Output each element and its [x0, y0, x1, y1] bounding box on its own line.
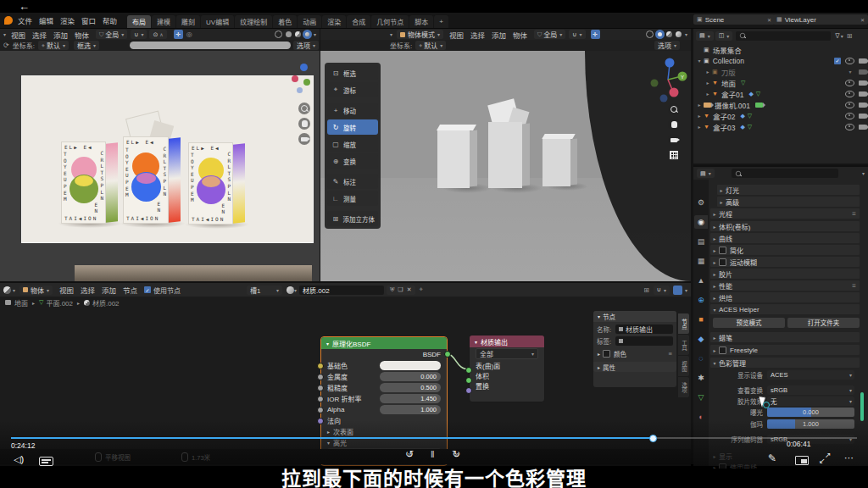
socket-base-color[interactable]	[317, 363, 324, 369]
panel-volumes[interactable]: ▸体积(卷标)	[710, 221, 860, 231]
fake-user-shield-icon[interactable]: ⛨	[390, 286, 394, 293]
tab-tool-icon[interactable]: ⚙	[694, 196, 708, 209]
outliner-filter-mode[interactable]: ◫▾	[715, 31, 733, 41]
material-sphere-icon[interactable]	[287, 286, 294, 294]
duplicate-material-icon[interactable]: ❏	[398, 286, 403, 293]
outliner-row-box03[interactable]: ▸▼ 盒子03 ◆ ▽	[695, 121, 866, 132]
vpl-proportional-edit[interactable]: ⊙ ∧	[149, 30, 166, 39]
solid-box-left[interactable]	[437, 129, 476, 188]
preview-mode-button[interactable]: 预览模式	[713, 318, 785, 328]
socket-displacement[interactable]	[465, 387, 472, 394]
shader-menu-add[interactable]: 添加	[102, 285, 116, 295]
panel-motion-blur[interactable]: ▸运动模糊	[710, 257, 860, 267]
vpr-menu-view[interactable]: 视图	[449, 30, 464, 40]
output-target-dropdown[interactable]: 全部▾	[470, 347, 544, 360]
pause-icon[interactable]: ‖	[431, 449, 435, 459]
alpha-slider[interactable]: 1.000	[380, 405, 441, 414]
npanel-tab-node[interactable]: 节点	[678, 313, 689, 334]
socket-metallic[interactable]	[317, 374, 324, 380]
node-label-field[interactable]	[615, 336, 673, 346]
metallic-slider[interactable]: 0.000	[380, 372, 441, 381]
exposure-slider[interactable]: 0.000	[767, 408, 854, 417]
vpl-menu-object[interactable]: 物体	[75, 30, 89, 40]
tool-transform[interactable]: ⊕变换	[327, 153, 378, 169]
panel-color-management[interactable]: ▾色彩管理	[710, 358, 860, 368]
outliner-row-scene-collection[interactable]: ▣ 场景集合	[695, 44, 866, 55]
tab-output-icon[interactable]: ▤	[694, 235, 708, 248]
node-name-field[interactable]: 材质输出	[615, 324, 673, 334]
vpl-menu-add[interactable]: 添加	[53, 30, 68, 40]
zoom-icon[interactable]	[668, 103, 680, 115]
node-material-output[interactable]: ▾材质输出 全部▾ 表(曲)面 体积 置换	[469, 335, 545, 402]
display-device-dropdown[interactable]: ACES▾	[767, 370, 854, 380]
progress-knob[interactable]	[649, 435, 657, 442]
toggle-grid-icon[interactable]	[668, 149, 680, 161]
render-visibility-icon[interactable]	[859, 125, 866, 130]
output-node-header[interactable]: ▾材质输出	[470, 336, 544, 347]
socket-surface[interactable]	[465, 367, 472, 374]
breadcrumb-material[interactable]: 材质.002	[92, 298, 120, 308]
tab-compositing[interactable]: 合成	[347, 15, 370, 28]
vpr-gizmo-toggle-icon[interactable]: ✛	[591, 30, 600, 39]
tool-rotate[interactable]: ↻旋转	[327, 119, 378, 135]
tab-viewlayer-icon[interactable]: ▦	[694, 254, 708, 268]
tool-refresh-icon[interactable]: ⟳	[3, 42, 9, 49]
outliner-row-collection[interactable]: ▾▣ Collection ✓	[695, 55, 866, 66]
tool-value-slider[interactable]	[130, 42, 291, 49]
menu-file[interactable]: 文件	[18, 15, 32, 25]
hide-eye-icon[interactable]	[845, 91, 854, 97]
tab-uv-editing[interactable]: UV编辑	[201, 15, 234, 28]
viewport-right[interactable]: ⊡框选 ⌖游标 +移动 ↻旋转 ▢缩放 ⊕变换 ✎标注 ∟测量 ⊞添加立方体 Y	[320, 51, 691, 281]
render-visibility-icon[interactable]	[859, 103, 866, 108]
vpr-options-dropdown[interactable]: 选项▾	[654, 41, 680, 50]
npanel-tab-tool[interactable]: 工具	[678, 335, 689, 355]
outliner-row-box01[interactable]: ▸▼ 盒子01 ◆ ▽	[695, 88, 866, 99]
panel-bake[interactable]: ▸烘焙	[710, 292, 860, 302]
camera-view-icon[interactable]	[298, 133, 310, 145]
shading-solid-icon[interactable]	[286, 31, 292, 37]
solid-box-middle-open[interactable]	[488, 122, 529, 188]
base-color-swatch[interactable]	[380, 361, 441, 370]
tab-texture-paint[interactable]: 纹理绘制	[235, 15, 272, 28]
hide-eye-icon[interactable]	[845, 80, 854, 86]
tab-world-icon[interactable]: ⊕	[694, 293, 708, 307]
solid-box-right[interactable]	[542, 137, 576, 186]
panel-grease-pencil[interactable]: ▸蜡笔	[710, 332, 860, 342]
tab-physics-icon[interactable]: ◌	[694, 352, 708, 365]
npanel-tab-view[interactable]: 视图	[678, 356, 689, 376]
shading-material-icon[interactable]	[666, 31, 672, 37]
checkbox-icon[interactable]: ✓	[834, 58, 841, 64]
vpl-overlay-toggle-icon[interactable]: ◎	[186, 30, 192, 38]
tool-add-cube[interactable]: ⊞添加立方体	[327, 211, 378, 226]
back-button[interactable]: ←	[19, 0, 30, 13]
npanel-node-header[interactable]: ▾节点	[593, 311, 676, 322]
panel-curves[interactable]: ▸曲线	[710, 233, 860, 243]
camera-view-icon[interactable]	[668, 134, 680, 146]
navigation-gizmo[interactable]	[290, 62, 314, 97]
pan-hand-icon[interactable]	[298, 118, 310, 130]
vpl-options-dropdown[interactable]: 选项▾	[293, 41, 319, 50]
panel-film[interactable]: ▸胶片	[710, 269, 860, 279]
add-workspace-button[interactable]: +	[434, 15, 448, 28]
viewlayer-unlink-icon[interactable]: ✕	[860, 17, 865, 23]
unlink-material-icon[interactable]: ✕	[407, 286, 412, 293]
scene-unlink-icon[interactable]: ✕	[767, 17, 771, 23]
vpl-menu-view[interactable]: 视图	[11, 30, 25, 40]
tab-sculpting[interactable]: 雕刻	[176, 15, 200, 28]
vpr-menu-add[interactable]: 添加	[492, 30, 506, 40]
socket-ior[interactable]	[317, 396, 324, 402]
panel-advanced[interactable]: ▸高级	[717, 197, 860, 207]
view-transform-dropdown[interactable]: sRGB▾	[767, 385, 854, 395]
node-attributes-section[interactable]: ▸属性	[593, 362, 676, 372]
vpl-gizmo-toggle-icon[interactable]: ✛	[174, 30, 183, 39]
properties-search-input[interactable]	[732, 169, 838, 178]
snap-dropdown[interactable]: ∪▾	[654, 286, 670, 295]
outliner-display-mode[interactable]: ▤▾	[696, 31, 714, 41]
tab-animation[interactable]: 动画	[298, 15, 321, 28]
shading-solid-icon[interactable]	[657, 31, 663, 37]
exit-fullscreen-icon[interactable]: ↗	[825, 451, 832, 459]
node-color-section[interactable]: ▸颜色 ≡	[593, 346, 676, 358]
outliner-search-input[interactable]	[736, 31, 831, 41]
shader-menu-node[interactable]: 节点	[123, 285, 137, 295]
tool-move[interactable]: +移动	[327, 103, 378, 118]
